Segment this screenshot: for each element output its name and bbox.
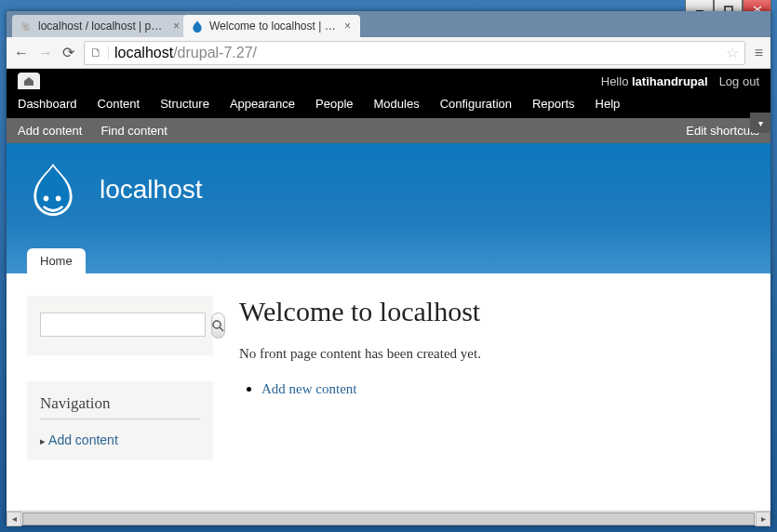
browser-tab-phpmyadmin[interactable]: 🐘 localhost / localhost | phpMyAdmin × <box>12 15 189 37</box>
shortcut-add-content[interactable]: Add content <box>18 124 82 138</box>
search-icon <box>212 320 224 332</box>
browser-tab-drupal[interactable]: Welcome to localhost | localhost × <box>183 15 360 37</box>
chrome-menu-icon[interactable]: ≡ <box>755 45 763 61</box>
admin-menu-help[interactable]: Help <box>596 97 621 111</box>
edit-shortcuts-link[interactable]: Edit shortcuts <box>686 124 759 138</box>
browser-window: 🐘 localhost / localhost | phpMyAdmin × W… <box>7 11 770 525</box>
add-new-content-link[interactable]: Add new content <box>261 381 356 396</box>
navigation-block: Navigation Add content <box>27 381 213 460</box>
site-info-icon[interactable]: 🗋 <box>90 46 109 60</box>
navigation-heading: Navigation <box>40 394 200 419</box>
tab-title: localhost / localhost | phpMyAdmin <box>38 20 166 33</box>
url-host: localhost <box>114 45 173 60</box>
svg-line-7 <box>220 327 223 331</box>
logout-link[interactable]: Log out <box>719 74 759 88</box>
svg-point-5 <box>56 196 61 202</box>
admin-menu-configuration[interactable]: Configuration <box>440 97 512 111</box>
shortcuts-bar: Add content Find content Edit shortcuts <box>7 118 770 143</box>
admin-menu-content[interactable]: Content <box>98 97 141 111</box>
scroll-thumb[interactable] <box>22 512 755 525</box>
back-button[interactable]: ← <box>14 45 29 61</box>
admin-menu-structure[interactable]: Structure <box>160 97 209 111</box>
drupal-favicon <box>191 20 204 33</box>
admin-menu-appearance[interactable]: Appearance <box>230 97 295 111</box>
search-input[interactable] <box>40 313 206 337</box>
shortcut-find-content[interactable]: Find content <box>100 124 167 138</box>
main-content: Welcome to localhost No front page conte… <box>239 296 750 511</box>
admin-menu-reports[interactable]: Reports <box>532 97 575 111</box>
main-tab-home[interactable]: Home <box>27 248 86 273</box>
admin-menu-people[interactable]: People <box>315 97 353 111</box>
username[interactable]: latihandrupal <box>632 74 708 88</box>
scroll-right-arrow[interactable]: ▸ <box>756 512 770 526</box>
nav-link-add-content[interactable]: Add content <box>40 432 200 447</box>
tab-close-icon[interactable]: × <box>171 20 181 33</box>
search-block <box>27 296 213 355</box>
search-button[interactable] <box>211 313 225 339</box>
address-bar[interactable]: 🗋 localhost/drupal-7.27/ ☆ <box>84 41 745 65</box>
svg-point-6 <box>213 321 221 328</box>
tab-title: Welcome to localhost | localhost <box>209 20 337 33</box>
bookmark-star-icon[interactable]: ☆ <box>726 44 739 61</box>
phpmyadmin-favicon: 🐘 <box>20 20 33 33</box>
admin-menu-dashboard[interactable]: Dashboard <box>18 97 77 111</box>
svg-point-4 <box>44 196 49 202</box>
greeting-text: Hello latihandrupal <box>601 74 708 88</box>
site-name[interactable]: localhost <box>100 175 203 205</box>
url-path: /drupal-7.27/ <box>173 45 257 60</box>
drupal-logo[interactable] <box>27 162 79 218</box>
admin-home-button[interactable] <box>18 73 40 89</box>
admin-menu-modules[interactable]: Modules <box>374 97 420 111</box>
tab-strip: 🐘 localhost / localhost | phpMyAdmin × W… <box>7 11 770 37</box>
content-area: Navigation Add content Welcome to localh… <box>7 273 770 511</box>
page-viewport: Hello latihandrupal Log out Dashboard Co… <box>7 69 770 511</box>
admin-menu: Dashboard Content Structure Appearance P… <box>7 89 770 118</box>
page-title: Welcome to localhost <box>239 296 750 327</box>
forward-button[interactable]: → <box>38 45 53 61</box>
horizontal-scrollbar[interactable]: ◂ ▸ <box>7 511 770 525</box>
empty-front-message: No front page content has been created y… <box>239 346 750 362</box>
scroll-left-arrow[interactable]: ◂ <box>7 512 21 526</box>
site-header: localhost Home <box>7 143 770 273</box>
admin-menu-toggle[interactable]: ▾ <box>750 113 770 133</box>
tab-close-icon[interactable]: × <box>342 20 353 33</box>
sidebar: Navigation Add content <box>27 296 213 511</box>
list-item: Add new content <box>261 380 750 397</box>
browser-toolbar: ← → ⟳ 🗋 localhost/drupal-7.27/ ☆ ≡ <box>7 37 770 69</box>
url-text: localhost/drupal-7.27/ <box>114 45 257 61</box>
reload-button[interactable]: ⟳ <box>62 44 74 61</box>
admin-toolbar: Hello latihandrupal Log out Dashboard Co… <box>7 69 770 118</box>
